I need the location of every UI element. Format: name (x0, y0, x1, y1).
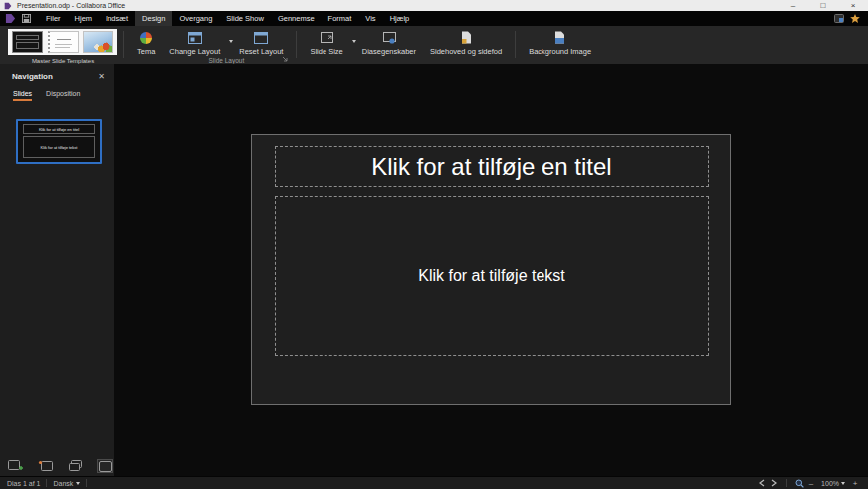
reset-layout-button[interactable]: Reset Layout (232, 26, 290, 56)
background-image-label: Background Image (529, 47, 591, 56)
thumbnail-body-placeholder: Klik for at tilføje tekst (23, 136, 95, 158)
language-selector[interactable]: Dansk (53, 480, 73, 487)
magnifier-icon (795, 479, 804, 488)
zoom-out-button[interactable]: – (805, 479, 817, 488)
zoom-caret-icon[interactable] (841, 482, 845, 485)
header-footer-icon (461, 31, 472, 44)
menu-item-design[interactable]: Design (135, 11, 172, 26)
menu-item-hjaelp[interactable]: Hjælp (383, 11, 417, 26)
navigation-panel: Navigation ✕ Slides Disposition Klik for… (0, 64, 114, 476)
slide-template-button[interactable] (37, 459, 54, 473)
ribbon-separator (123, 31, 124, 58)
slide-properties-button[interactable]: Diasegenskaber (355, 26, 423, 64)
slide-size-icon (321, 32, 333, 43)
next-slide-button[interactable] (768, 479, 780, 487)
slide-size-button[interactable]: Slide Size (303, 26, 354, 64)
menu-item-slide-show[interactable]: Slide Show (219, 11, 271, 26)
zoom-level-selector[interactable]: 100% (821, 480, 839, 487)
status-separator (786, 479, 787, 487)
slide-layout-group: Change Layout Reset Layout Slide Layout (162, 26, 290, 64)
menu-item-filer[interactable]: Filer (39, 11, 68, 26)
reset-layout-label: Reset Layout (239, 47, 283, 56)
duplicate-slide-icon (68, 460, 83, 472)
collabora-logo-icon (4, 2, 12, 10)
slide[interactable]: Klik for at tilføje en titel Klik for at… (251, 134, 731, 405)
language-caret-icon[interactable] (76, 482, 80, 485)
master-slide-gallery[interactable] (8, 29, 117, 55)
change-layout-button[interactable]: Change Layout (162, 26, 232, 56)
header-footer-label: Sidehoved og sidefod (430, 47, 502, 56)
background-image-icon (554, 31, 565, 44)
slide-size-caret-icon[interactable] (352, 40, 356, 43)
save-icon[interactable] (22, 14, 31, 23)
background-image-button[interactable]: Background Image (522, 26, 598, 64)
menu-item-indsaet[interactable]: Indsæt (99, 11, 135, 26)
master-template-thumb-dark[interactable] (12, 31, 43, 53)
window-controls: – □ × (778, 0, 868, 11)
ribbon-separator (515, 31, 516, 58)
maximize-button[interactable]: □ (808, 0, 838, 11)
master-template-thumb-white[interactable] (48, 31, 79, 53)
slide-template-icon (38, 460, 53, 472)
thumb-line (57, 39, 71, 40)
change-layout-caret-icon[interactable] (229, 40, 233, 43)
previous-slide-button[interactable] (757, 479, 768, 487)
tema-label: Tema (137, 47, 155, 56)
tab-slides[interactable]: Slides (13, 90, 32, 101)
add-slide-button[interactable] (7, 459, 24, 473)
color-wheel-icon (140, 32, 152, 44)
collabora-menu-logo-icon[interactable] (5, 13, 16, 24)
thumb-line (55, 44, 72, 45)
master-slide-gallery-group: Master Slide Templates (8, 26, 117, 64)
slide-layout-button[interactable] (97, 459, 113, 473)
body-placeholder[interactable]: Klik for at tilføje tekst (275, 196, 709, 356)
layout-icon (188, 32, 202, 44)
ribbon: Master Slide Templates Tema Change Layou… (0, 26, 868, 64)
master-template-thumb-colorful[interactable] (83, 31, 113, 53)
thumb-body-box (16, 42, 39, 49)
slide-layout-group-label: Slide Layout (208, 57, 244, 64)
menu-item-gennemse[interactable]: Gennemse (271, 11, 322, 26)
slide-count-label: Dias 1 af 1 (7, 480, 40, 487)
window-title: Presentation.odp - Collabora Office (17, 2, 125, 9)
menu-item-hjem[interactable]: Hjem (68, 11, 100, 26)
close-button[interactable]: × (838, 0, 868, 11)
thumbnail-title-placeholder: Klik for at tilføje en titel (23, 124, 95, 134)
group-expand-icon[interactable] (283, 57, 288, 62)
slide-canvas[interactable]: Klik for at tilføje en titel Klik for at… (114, 64, 868, 476)
add-slide-icon (8, 460, 23, 472)
navigation-title: Navigation (12, 72, 53, 81)
zoom-mode-button[interactable] (793, 479, 805, 488)
minimize-button[interactable]: – (778, 0, 808, 11)
ribbon-separator (296, 31, 297, 58)
menu-item-vis[interactable]: Vis (358, 11, 382, 26)
status-bar: Dias 1 af 1 Dansk – 100% + (0, 476, 868, 489)
zoom-in-button[interactable]: + (849, 479, 861, 488)
title-bar: Presentation.odp - Collabora Office – □ … (0, 0, 868, 11)
status-separator (86, 479, 87, 487)
menu-bar: Filer Hjem Indsæt Design Overgang Slide … (0, 11, 868, 26)
thumb-title-box (16, 35, 39, 40)
close-panel-button[interactable]: ✕ (98, 72, 105, 81)
thumb-line (55, 47, 70, 48)
status-separator (46, 479, 47, 487)
header-footer-button[interactable]: Sidehoved og sidefod (423, 26, 509, 64)
menu-item-format[interactable]: Format (322, 11, 359, 26)
title-placeholder[interactable]: Klik for at tilføje en titel (275, 146, 709, 187)
slide-size-label: Slide Size (310, 47, 342, 56)
slide-tools-bar (0, 456, 114, 476)
duplicate-slide-button[interactable] (67, 459, 84, 473)
menu-item-overgang[interactable]: Overgang (172, 11, 219, 26)
tema-button[interactable]: Tema (130, 26, 162, 64)
slide-properties-label: Diasegenskaber (362, 47, 416, 56)
layout-icon (254, 32, 268, 44)
keyboard-toggle-icon[interactable] (834, 14, 844, 23)
slide-layout-tool-icon (99, 461, 112, 472)
star-icon[interactable] (850, 14, 860, 23)
slide-properties-icon (382, 32, 396, 44)
change-layout-label: Change Layout (169, 47, 220, 56)
slide-thumbnail[interactable]: Klik for at tilføje en titel Klik for at… (16, 119, 102, 164)
tab-disposition[interactable]: Disposition (46, 90, 80, 101)
